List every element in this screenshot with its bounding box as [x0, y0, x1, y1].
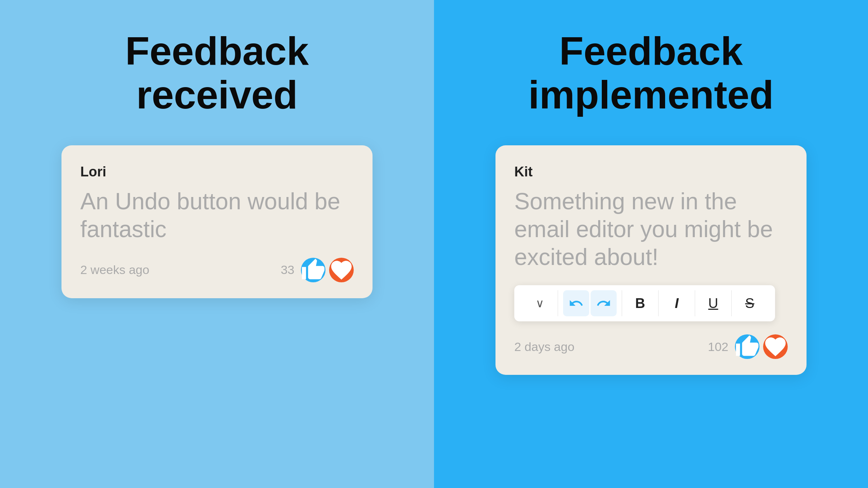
toolbar-chevron-section: ∨ — [522, 290, 558, 316]
card-reactions-right: 102 — [708, 334, 788, 359]
right-panel-title: Feedback implemented — [528, 29, 774, 116]
left-panel-title: Feedback received — [125, 29, 309, 116]
heart-button-right[interactable] — [763, 334, 788, 359]
undo-icon — [569, 296, 584, 311]
card-time-right: 2 days ago — [514, 340, 574, 354]
undo-button[interactable] — [563, 290, 589, 316]
underline-icon: U — [708, 296, 718, 311]
bold-icon: B — [635, 296, 645, 311]
toolbar-strikethrough-section: S — [732, 290, 768, 316]
chevron-down-icon: ∨ — [536, 296, 544, 310]
right-panel: Feedback implemented Kit Something new i… — [434, 0, 868, 488]
card-message-left: An Undo button would be fantastic — [80, 188, 354, 243]
bold-button[interactable]: B — [627, 290, 653, 316]
card-author-right: Kit — [514, 164, 788, 180]
thumbs-up-button-right[interactable] — [735, 334, 760, 359]
reaction-count-right: 102 — [708, 340, 728, 354]
editor-toolbar: ∨ B — [514, 285, 775, 321]
heart-icon-right — [763, 334, 788, 359]
strikethrough-button[interactable]: S — [737, 290, 763, 316]
card-reactions-left: 33 — [281, 258, 354, 282]
card-footer-left: 2 weeks ago 33 — [80, 258, 354, 282]
thumbs-up-button-left[interactable] — [301, 258, 326, 282]
feedback-implemented-card: Kit Something new in the email editor yo… — [495, 145, 807, 375]
feedback-received-card: Lori An Undo button would be fantastic 2… — [61, 145, 373, 298]
card-time-left: 2 weeks ago — [80, 263, 149, 277]
redo-icon — [596, 296, 611, 311]
card-message-right: Something new in the email editor you mi… — [514, 188, 788, 271]
toolbar-bold-section: B — [622, 290, 659, 316]
left-panel: Feedback received Lori An Undo button wo… — [0, 0, 434, 488]
card-author-left: Lori — [80, 164, 354, 180]
toolbar-underline-section: U — [695, 290, 732, 316]
underline-button[interactable]: U — [700, 290, 726, 316]
italic-button[interactable]: I — [664, 290, 690, 316]
toolbar-chevron-button[interactable]: ∨ — [527, 290, 553, 316]
toolbar-italic-section: I — [659, 290, 695, 316]
redo-button[interactable] — [591, 290, 617, 316]
heart-icon-left — [329, 258, 354, 282]
strikethrough-icon: S — [745, 296, 754, 311]
reaction-count-left: 33 — [281, 263, 294, 277]
card-footer-right: 2 days ago 102 — [514, 334, 788, 359]
thumbs-up-icon-left — [301, 258, 326, 282]
italic-icon: I — [675, 296, 679, 311]
heart-button-left[interactable] — [329, 258, 354, 282]
toolbar-undo-redo-section — [558, 290, 622, 316]
thumbs-up-icon-right — [735, 334, 760, 359]
